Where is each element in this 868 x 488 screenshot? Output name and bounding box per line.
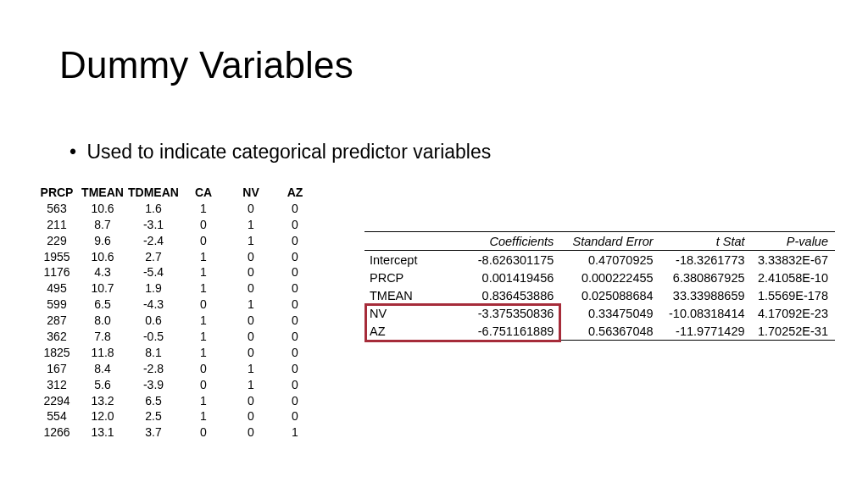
table-cell: -3.9	[127, 377, 180, 393]
table-cell: 0	[275, 201, 315, 217]
table-row: 1678.4-2.8010	[34, 361, 315, 377]
regression-row: Intercept-8.6263011750.47070925-18.32617…	[364, 251, 835, 269]
slide-title: Dummy Variables	[59, 44, 353, 86]
col-header-nv: NV	[227, 185, 275, 201]
table-cell: 0	[227, 249, 275, 265]
table-cell: 2.7	[127, 249, 180, 265]
table-cell: 8.1	[127, 345, 180, 361]
reg-cell-name: AZ	[364, 324, 449, 338]
table-cell: 0	[180, 377, 227, 393]
regression-row: TMEAN0.8364538860.02508868433.339886591.…	[364, 286, 835, 304]
table-cell: 6.5	[127, 393, 180, 409]
col-header-tmean: TMEAN	[78, 185, 127, 201]
table-cell: 1	[180, 329, 227, 345]
table-cell: 0	[275, 345, 315, 361]
table-cell: 0	[227, 329, 275, 345]
table-cell: 1176	[34, 264, 78, 280]
table-cell: 0	[227, 201, 275, 217]
table-cell: 362	[34, 329, 78, 345]
table-cell: -0.5	[127, 329, 180, 345]
table-row: 126613.13.7001	[34, 424, 315, 441]
table-cell: 10.6	[78, 201, 127, 217]
table-row: 49510.71.9100	[34, 280, 315, 297]
table-cell: 1	[227, 233, 275, 249]
table-cell: -4.3	[127, 297, 180, 313]
reg-cell-se: 0.33475049	[557, 307, 656, 320]
table-cell: 1.9	[127, 280, 180, 297]
table-cell: 599	[34, 297, 78, 313]
table-cell: 0	[180, 361, 227, 377]
table-cell: 0	[275, 393, 315, 409]
table-cell: 8.4	[78, 361, 127, 377]
reg-h-se: Standard Error	[557, 235, 656, 248]
reg-bottom-border	[364, 340, 835, 341]
reg-cell-t: -18.3261773	[657, 253, 748, 267]
reg-h-t: t Stat	[657, 235, 748, 248]
table-cell: 1	[180, 264, 227, 280]
table-cell: 0	[275, 408, 315, 424]
table-cell: 2.5	[127, 408, 180, 424]
col-header-tdmean: TDMEAN	[127, 185, 180, 201]
table-cell: 0	[227, 345, 275, 361]
table-cell: 0	[227, 313, 275, 329]
table-cell: 0	[227, 280, 275, 297]
table-cell: 1	[180, 345, 227, 361]
table-row: 195510.62.7100	[34, 249, 315, 265]
regression-table: Coefficients Standard Error t Stat P-val…	[364, 231, 835, 341]
slide: Dummy Variables • Used to indicate categ…	[0, 0, 868, 488]
regression-header: Coefficients Standard Error t Stat P-val…	[364, 232, 835, 251]
reg-cell-se: 0.56367048	[557, 324, 656, 338]
reg-cell-p: 3.33832E-67	[748, 253, 835, 267]
table-cell: 1	[180, 313, 227, 329]
reg-cell-coef: 0.836453886	[449, 289, 557, 302]
table-cell: 0	[275, 280, 315, 297]
table-cell: 1266	[34, 424, 78, 441]
table-cell: 0	[227, 408, 275, 424]
col-header-ca: CA	[180, 185, 227, 201]
table-cell: -5.4	[127, 264, 180, 280]
regression-row: AZ-6.7511618890.56367048-11.97714291.702…	[364, 322, 835, 340]
table-row: 55412.02.5100	[34, 408, 315, 424]
reg-cell-se: 0.025088684	[557, 289, 656, 302]
table-cell: 1	[180, 393, 227, 409]
table-cell: 6.5	[78, 297, 127, 313]
reg-cell-se: 0.000222455	[557, 271, 656, 285]
table-cell: -2.4	[127, 233, 180, 249]
table-cell: 1	[227, 377, 275, 393]
table-row: 2118.7-3.1010	[34, 217, 315, 233]
table-cell: 1	[227, 361, 275, 377]
table-cell: 0	[180, 297, 227, 313]
table-cell: 0	[275, 233, 315, 249]
table-cell: 0.6	[127, 313, 180, 329]
table-cell: -2.8	[127, 361, 180, 377]
table-cell: 8.7	[78, 217, 127, 233]
table-cell: 211	[34, 217, 78, 233]
reg-cell-se: 0.47070925	[557, 253, 656, 267]
data-table-header: PRCP TMEAN TDMEAN CA NV AZ	[34, 185, 315, 201]
regression-row: NV-3.3753508360.33475049-10.083184144.17…	[364, 304, 835, 322]
reg-cell-t: -10.08318414	[657, 307, 748, 320]
table-cell: -3.1	[127, 217, 180, 233]
reg-cell-p: 1.70252E-31	[748, 324, 835, 338]
table-row: 2878.00.6100	[34, 313, 315, 329]
reg-cell-name: PRCP	[364, 271, 449, 285]
table-cell: 5.6	[78, 377, 127, 393]
table-cell: 0	[275, 297, 315, 313]
table-cell: 0	[275, 313, 315, 329]
table-cell: 4.3	[78, 264, 127, 280]
table-cell: 11.8	[78, 345, 127, 361]
reg-cell-t: 33.33988659	[657, 289, 748, 302]
table-row: 3125.6-3.9010	[34, 377, 315, 393]
reg-cell-coef: -6.751161889	[449, 324, 557, 338]
table-row: 11764.3-5.4100	[34, 264, 315, 280]
table-cell: 13.2	[78, 393, 127, 409]
reg-cell-name: NV	[364, 307, 449, 320]
table-cell: 0	[275, 249, 315, 265]
table-cell: 1.6	[127, 201, 180, 217]
table-cell: 312	[34, 377, 78, 393]
reg-cell-p: 4.17092E-23	[748, 307, 835, 320]
table-cell: 7.8	[78, 329, 127, 345]
table-cell: 10.6	[78, 249, 127, 265]
table-cell: 12.0	[78, 408, 127, 424]
reg-cell-p: 1.5569E-178	[748, 289, 835, 302]
